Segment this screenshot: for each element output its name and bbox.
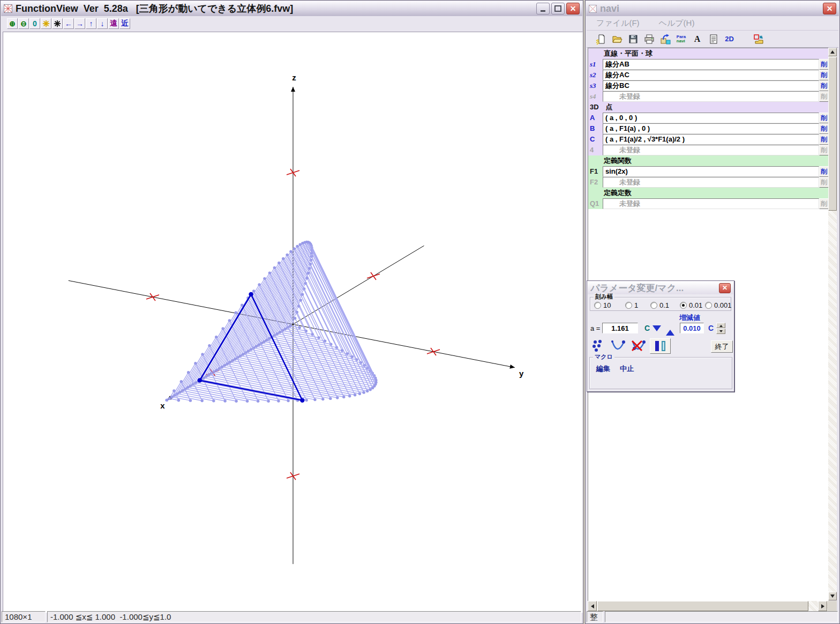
- hscroll-left-button[interactable]: [588, 601, 597, 611]
- end-button[interactable]: 終了: [711, 340, 733, 353]
- param-name-label: a =: [590, 324, 600, 332]
- row-A-value[interactable]: ( a , 0 , 0 ): [603, 113, 819, 123]
- vscroll-thumb[interactable]: [828, 57, 837, 211]
- para-navi-icon[interactable]: Paranavi: [674, 32, 688, 46]
- bars-toggle-button[interactable]: [650, 338, 671, 354]
- axis-label-y: y: [519, 369, 524, 378]
- row-Q1-value[interactable]: 未登録: [603, 198, 819, 209]
- main-title-bar[interactable]: FunctionView Ver 5.28a [三角形が動いてできる立体例6.f…: [1, 1, 582, 16]
- minimize-button[interactable]: [536, 3, 550, 14]
- spin-down-button[interactable]: [716, 329, 725, 334]
- list-vscrollbar[interactable]: [828, 48, 837, 600]
- row-A-delete-button[interactable]: 削: [819, 113, 829, 123]
- burst-light-button[interactable]: [41, 18, 51, 29]
- step-radio-0.001[interactable]: 0.001: [705, 301, 732, 309]
- status-range: -1.000 ≦x≦ 1.000 -1.000≦y≦1.0: [47, 611, 581, 622]
- reset-zero-button[interactable]: 0: [29, 18, 40, 29]
- menu-file[interactable]: ファイル(F): [594, 17, 642, 29]
- section-header: 定義関数: [588, 155, 829, 166]
- decrease-button[interactable]: [652, 325, 661, 336]
- row-Q1-delete-button[interactable]: 削: [819, 198, 829, 209]
- list-hscrollbar[interactable]: [588, 601, 828, 611]
- row-s2-delete-button[interactable]: 削: [819, 70, 829, 80]
- radio-circle-icon: [680, 302, 687, 309]
- near-button[interactable]: 近: [119, 18, 130, 29]
- plot-points-button[interactable]: [591, 339, 605, 355]
- step-radio-0.01[interactable]: 0.01: [680, 301, 702, 309]
- radio-circle-icon: [594, 302, 601, 309]
- clear-increment-button[interactable]: C: [708, 324, 714, 332]
- row-s3-delete-button[interactable]: 削: [819, 80, 829, 91]
- dialog-close-button[interactable]: ✕: [719, 283, 731, 293]
- view-2d-icon[interactable]: 2D: [723, 32, 736, 46]
- row-B-delete-button[interactable]: 削: [819, 123, 829, 134]
- dialog-title-bar[interactable]: パラメータ変更/マク... ✕: [588, 281, 733, 294]
- scroll-left-icon: [589, 604, 594, 608]
- row-s4-label: s4: [588, 91, 603, 102]
- vscroll-down-button[interactable]: [828, 592, 837, 600]
- pan-right-button[interactable]: →: [74, 18, 85, 29]
- scroll-right-icon: [821, 604, 827, 608]
- vscroll-up-button[interactable]: [828, 48, 837, 56]
- row-s3-value[interactable]: 線分BC: [603, 80, 819, 91]
- hscroll-thumb[interactable]: [597, 601, 808, 611]
- menu-help[interactable]: ヘルプ(H): [657, 17, 697, 29]
- print-icon[interactable]: [642, 32, 656, 46]
- row-s4-value[interactable]: 未登録: [603, 91, 819, 102]
- row-F2-value[interactable]: 未登録: [603, 177, 819, 188]
- increment-value-field[interactable]: [680, 323, 704, 333]
- pan-up-button[interactable]: ↑: [86, 18, 96, 29]
- export-2d-icon[interactable]: [658, 32, 672, 46]
- row-s2-value[interactable]: 線分AC: [603, 70, 819, 80]
- step-radio-10[interactable]: 10: [594, 301, 611, 309]
- zoom-out-button[interactable]: ⊖: [18, 18, 29, 29]
- zoom-in-button[interactable]: ⊕: [7, 18, 18, 29]
- row-F1-label: F1: [588, 166, 603, 177]
- row-s1-delete-button[interactable]: 削: [819, 59, 829, 70]
- plot-curve-button[interactable]: [611, 339, 626, 355]
- row-B-value[interactable]: ( a , F1(a) , 0 ): [603, 123, 819, 134]
- row-F1-delete-button[interactable]: 削: [819, 166, 829, 177]
- row-C-delete-button[interactable]: 削: [819, 134, 829, 145]
- close-button[interactable]: ✕: [566, 3, 580, 14]
- zoom-out-icon: ⊖: [20, 19, 27, 28]
- delete-curve-button[interactable]: [631, 339, 646, 355]
- navi-menu-bar: ファイル(F) ヘルプ(H): [587, 17, 838, 31]
- burst-dark-icon: [54, 20, 61, 27]
- far-button[interactable]: 遠: [108, 18, 119, 29]
- clear-param-button[interactable]: C: [644, 324, 650, 332]
- transfer-icon[interactable]: [752, 32, 765, 46]
- open-folder-icon[interactable]: [610, 32, 624, 46]
- pan-down-button[interactable]: ↓: [97, 18, 108, 29]
- plot-3d-view[interactable]: zyx: [3, 32, 583, 613]
- burst-light-icon: [42, 20, 50, 27]
- radio-circle-icon: [650, 302, 657, 309]
- row-4-value[interactable]: 未登録: [603, 145, 819, 155]
- macro-stop-button[interactable]: 中止: [620, 364, 634, 374]
- param-value-field[interactable]: [602, 323, 638, 333]
- doc-lines-icon[interactable]: [707, 32, 720, 46]
- row-s1-value[interactable]: 線分AB: [603, 59, 819, 70]
- increase-button[interactable]: [666, 325, 674, 336]
- new-doc-icon[interactable]: [594, 32, 608, 46]
- row-4-label: 4: [588, 145, 603, 155]
- navi-close-button[interactable]: ✕: [823, 3, 836, 14]
- row-C-value[interactable]: ( a , F1(a)/2 , √3*F1(a)/2 ): [603, 134, 819, 145]
- row-4-delete-button[interactable]: 削: [819, 145, 829, 155]
- burst-dark-button[interactable]: [52, 18, 63, 29]
- pan-left-button[interactable]: ←: [63, 18, 74, 29]
- hscroll-right-button[interactable]: [818, 601, 827, 611]
- font-a-icon[interactable]: A: [691, 32, 704, 46]
- row-F1-value[interactable]: sin(2x): [603, 166, 819, 177]
- section-header: 3D 点: [588, 102, 829, 113]
- maximize-button[interactable]: [551, 3, 565, 14]
- row-s4-delete-button[interactable]: 削: [819, 91, 829, 102]
- step-radio-1[interactable]: 1: [625, 301, 638, 309]
- section-header: 直線・平面・球: [588, 48, 829, 59]
- spin-up-button[interactable]: [716, 323, 725, 328]
- step-radio-0.1[interactable]: 0.1: [650, 301, 669, 309]
- row-F2-delete-button[interactable]: 削: [819, 177, 829, 188]
- macro-edit-button[interactable]: 編集: [596, 364, 610, 374]
- save-icon[interactable]: [626, 32, 640, 46]
- navi-title-bar[interactable]: navi ✕: [586, 1, 839, 16]
